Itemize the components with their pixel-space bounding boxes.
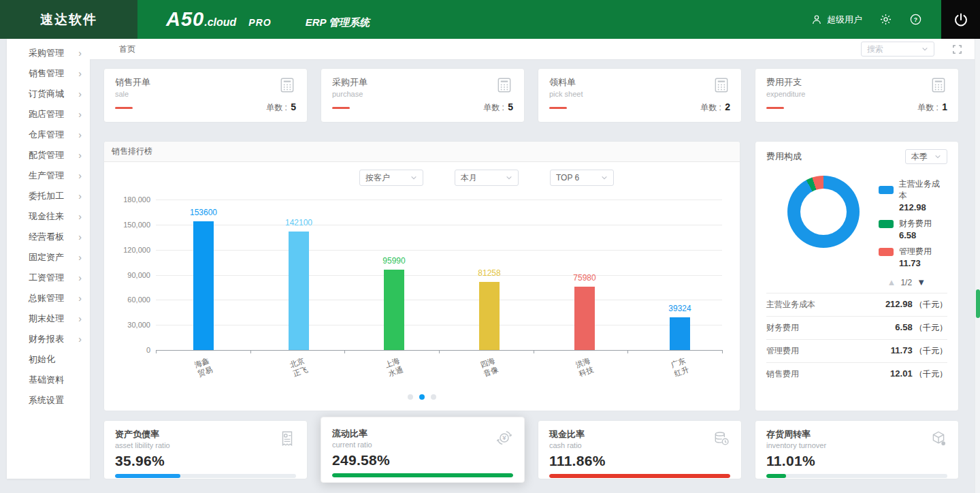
pager-down-icon[interactable]: ▼ xyxy=(917,277,926,287)
sidebar-item[interactable]: 财务报表 › xyxy=(7,329,90,349)
sidebar-item[interactable]: 配货管理 › xyxy=(7,145,90,165)
stat-card[interactable]: 采购开单 purchase 单数 : 5 xyxy=(321,68,525,123)
chevron-right-icon: › xyxy=(78,89,82,99)
bar[interactable] xyxy=(289,232,309,351)
ratio-card[interactable]: 现金比率 cash ratio 111.86% xyxy=(538,420,742,479)
chevron-down-icon xyxy=(410,174,417,181)
expense-row: 主营业务成本 212.98 （千元） xyxy=(766,293,947,316)
sidebar-item-label: 生产管理 xyxy=(29,170,64,182)
filter-select[interactable]: TOP 6 xyxy=(550,170,614,186)
sidebar-item-label: 固定资产 xyxy=(29,251,64,264)
sidebar-item-label: 经营看板 xyxy=(29,231,64,243)
period-value: 本季 xyxy=(911,151,928,163)
stat-card-subtitle: purchase xyxy=(332,90,368,98)
bar[interactable] xyxy=(670,317,690,350)
x-axis-category-label: 海鑫贸易 xyxy=(193,355,214,379)
filter-value: 按客户 xyxy=(365,172,390,184)
bar[interactable] xyxy=(193,221,214,350)
y-axis-label: 30,000 xyxy=(108,321,150,329)
chevron-right-icon: › xyxy=(78,232,82,242)
legend-value: 6.58 xyxy=(899,230,947,240)
calculator-icon xyxy=(713,76,730,98)
sidebar-item[interactable]: 仓库管理 › xyxy=(7,125,90,145)
stat-card[interactable]: 领料单 pick sheet 单数 : 2 xyxy=(538,68,742,123)
legend-item[interactable]: 主营业务成本 212.98 xyxy=(879,178,947,212)
logo: 速达软件 xyxy=(0,0,137,39)
y-axis-label: 60,000 xyxy=(108,296,150,304)
svg-text:?: ? xyxy=(914,16,917,23)
sidebar-item[interactable]: 工资管理 › xyxy=(7,268,90,288)
pager-up-icon[interactable]: ▲ xyxy=(887,277,896,287)
ratio-card[interactable]: 资产负债率 asset libility ratio 35.96% xyxy=(103,420,308,479)
user-menu[interactable]: 超级用户 xyxy=(811,14,862,26)
legend-pager: ▲ 1/2 ▼ xyxy=(766,277,947,287)
sidebar-item-label: 财务报表 xyxy=(29,333,64,345)
sidebar-item[interactable]: 系统设置 xyxy=(7,390,90,411)
sidebar-item[interactable]: 现金往来 › xyxy=(7,206,90,227)
product-suffix: .cloud xyxy=(204,16,236,29)
scrollbar[interactable] xyxy=(975,39,980,493)
filter-select[interactable]: 按客户 xyxy=(359,170,423,186)
sidebar-item[interactable]: 生产管理 › xyxy=(7,165,90,186)
stat-card[interactable]: 销售开单 sale 单数 : 5 xyxy=(103,68,308,123)
ratio-card[interactable]: 流动比率 current ratio ¥ 249.58% xyxy=(321,417,525,483)
help-icon[interactable]: ? xyxy=(909,13,922,26)
legend-item[interactable]: 财务费用 6.58 xyxy=(879,218,947,240)
stat-card[interactable]: 费用开支 expenditure 单数 : 1 xyxy=(755,68,959,123)
stat-card-title: 采购开单 xyxy=(332,76,368,89)
sidebar-item-label: 初始化 xyxy=(29,353,55,366)
expense-row-value: 6.58 （千元） xyxy=(895,322,947,334)
calculator-icon xyxy=(930,76,947,98)
carousel-dot[interactable] xyxy=(419,394,425,400)
expense-header: 费用构成 本季 xyxy=(766,149,947,164)
ratio-card-title: 现金比率 xyxy=(549,428,730,441)
legend-label: 管理费用 xyxy=(899,246,932,257)
sidebar-item[interactable]: 基础资料 xyxy=(7,370,90,390)
legend-swatch xyxy=(879,186,894,194)
accent-dash xyxy=(332,107,350,109)
sidebar-item[interactable]: 经营看板 › xyxy=(7,227,90,247)
ratio-card-title: 流动比率 xyxy=(332,428,513,440)
gridline xyxy=(156,200,722,200)
sidebar-item[interactable]: 订货商城 › xyxy=(7,84,90,104)
carousel-dot[interactable] xyxy=(408,394,413,400)
sidebar-item[interactable]: 初始化 xyxy=(7,349,90,370)
bar[interactable] xyxy=(384,270,404,350)
sidebar-item[interactable]: 期末处理 › xyxy=(7,308,90,329)
chevron-right-icon: › xyxy=(78,314,82,323)
gear-icon[interactable] xyxy=(879,13,892,26)
sidebar-item[interactable]: 总账管理 › xyxy=(7,288,90,308)
bar-value-label: 39324 xyxy=(668,304,691,313)
carousel-dot[interactable] xyxy=(431,394,436,400)
expense-row-value: 11.73 （千元） xyxy=(891,345,947,357)
sidebar-item[interactable]: 销售管理 › xyxy=(7,63,90,84)
sidebar: 采购管理 › 销售管理 › 订货商城 › 跑店管理 › 仓库管理 › 配货管理 … xyxy=(7,39,90,479)
ratio-value: 111.86% xyxy=(549,453,730,469)
period-select[interactable]: 本季 xyxy=(905,149,947,164)
gridline xyxy=(156,250,722,251)
filter-value: 本月 xyxy=(461,172,477,184)
legend-value: 212.98 xyxy=(899,202,947,212)
legend-item[interactable]: 管理费用 11.73 xyxy=(879,246,947,268)
sidebar-item[interactable]: 跑店管理 › xyxy=(7,104,90,125)
bar[interactable] xyxy=(574,287,595,350)
progress-track xyxy=(549,474,730,478)
breadcrumb[interactable]: 首页 xyxy=(119,44,135,55)
sidebar-item[interactable]: 委托加工 › xyxy=(7,186,90,206)
chart-filters: 按客户 本月 TOP 6 xyxy=(169,170,804,186)
fullscreen-icon[interactable] xyxy=(952,44,962,54)
scrollbar-thumb[interactable] xyxy=(976,289,980,318)
y-axis-label: 180,000 xyxy=(108,195,150,204)
sales-rank-title: 销售排行榜 xyxy=(112,146,152,157)
sidebar-item[interactable]: 采购管理 › xyxy=(7,43,90,63)
power-button[interactable] xyxy=(941,0,980,39)
sidebar-item[interactable]: 固定资产 › xyxy=(7,247,90,268)
sidebar-item-label: 委托加工 xyxy=(29,190,64,202)
search-select[interactable]: 搜索 xyxy=(861,42,934,57)
sidebar-item-label: 现金往来 xyxy=(29,210,64,223)
filter-select[interactable]: 本月 xyxy=(455,170,519,186)
ratio-card[interactable]: 存货周转率 inventory turnover 11.01% xyxy=(755,420,959,479)
ratio-value: 249.58% xyxy=(332,452,513,468)
x-axis-tick xyxy=(156,350,157,353)
bar[interactable] xyxy=(479,282,500,350)
